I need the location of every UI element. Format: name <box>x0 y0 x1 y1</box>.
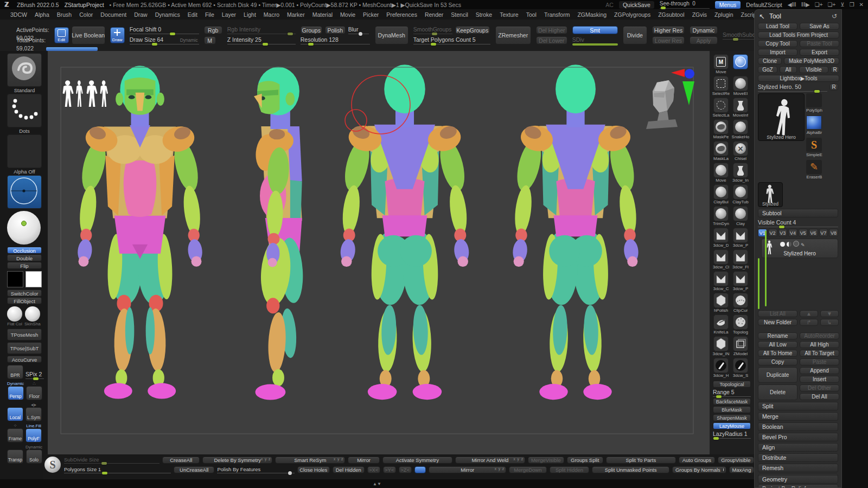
brush-3dcw_D-icon[interactable] <box>713 228 729 243</box>
lazy-mouse-button[interactable]: LazyMouse <box>713 422 751 429</box>
slider-knob[interactable] <box>263 43 268 46</box>
menu-render[interactable]: Render <box>421 10 447 19</box>
small-tool-thumbnail[interactable]: Stylized <box>758 182 783 207</box>
secondary-color-swatch[interactable] <box>25 271 42 287</box>
all-to-home-button[interactable]: All To Home <box>758 350 797 357</box>
list-all-button[interactable]: List All <box>758 310 797 317</box>
paste-tool-button[interactable]: Paste Tool <box>800 40 839 47</box>
half-visibility-icon[interactable] <box>787 242 792 247</box>
del-lower-button[interactable]: Del Lower <box>536 36 567 44</box>
brush-SelectRe-icon[interactable] <box>713 76 729 91</box>
smt-button[interactable]: Smt <box>572 26 618 34</box>
bb-uncreaseall-button[interactable]: UnCreaseAll <box>174 466 214 473</box>
menu-preferences[interactable]: Preferences <box>382 10 421 19</box>
brush-3dcw_P-icon[interactable] <box>733 228 748 243</box>
brush-ZModel-icon[interactable] <box>733 336 748 351</box>
move-into-folder-button[interactable]: ↱ <box>800 319 818 326</box>
polish-button[interactable]: Polish <box>325 26 346 34</box>
copy-subtool-button[interactable]: Copy <box>758 358 797 365</box>
load-tools-from-project-button[interactable]: Load Tools From Project <box>758 31 839 38</box>
section-split[interactable]: Split <box>758 402 838 410</box>
axis-gizmo[interactable] <box>671 69 694 105</box>
bb-subdivide-size-slider[interactable]: SubDivide Size <box>64 457 159 464</box>
subtool-scrollbar-track[interactable] <box>758 258 760 309</box>
subtool-item[interactable]: ✎Stylized Hero <box>761 239 838 258</box>
brush-3dcw_H-icon[interactable] <box>713 358 729 373</box>
z-intensity-slider[interactable]: Z Intensity 25 <box>227 36 296 44</box>
bb-mergevisible-button[interactable]: MergeVisible <box>528 457 564 464</box>
import-button[interactable]: Import <box>758 49 797 56</box>
lsym-button[interactable]: L.Sym <box>25 407 42 421</box>
topological-button[interactable]: Topological <box>713 381 751 388</box>
brush-hPolish-icon[interactable] <box>713 293 729 308</box>
auto-reorder-button[interactable]: AutoReorder <box>800 332 839 339</box>
skinshade-material[interactable]: SkinSha <box>24 306 41 326</box>
menu-dynamics[interactable]: Dynamics <box>151 10 184 19</box>
brush-MoveInf-icon[interactable] <box>733 98 748 113</box>
subtool-list-empty[interactable] <box>761 258 838 309</box>
m-button[interactable]: M <box>204 36 216 44</box>
frame-button[interactable]: Frame <box>7 428 23 442</box>
subtool-tab-V8[interactable]: V8 <box>829 229 838 237</box>
menu-layer[interactable]: Layer <box>218 10 240 19</box>
bb-split-to-parts-button[interactable]: Split To Parts <box>606 457 676 464</box>
menu-marker[interactable]: Marker <box>283 10 309 19</box>
brush-ClipCur-icon[interactable] <box>733 293 748 308</box>
fill-object-button[interactable]: FillObject <box>7 297 42 304</box>
rgb-button[interactable]: Rgb <box>204 26 222 34</box>
draw-mode-button[interactable]: Draw <box>110 27 125 43</box>
goz-all-button[interactable]: All <box>780 66 797 73</box>
brush-ClayTub-icon[interactable] <box>733 184 748 200</box>
subtool-tab-V4[interactable]: V4 <box>788 229 797 237</box>
double-button[interactable]: Double <box>7 254 42 261</box>
dynamesh-button[interactable]: DynaMesh <box>375 26 409 44</box>
transp-button[interactable]: Transp <box>7 450 23 464</box>
backface-mask-button[interactable]: BackfaceMask <box>713 398 751 405</box>
brush-Topolog-icon[interactable] <box>733 314 748 330</box>
tool-thumb-AlphaBr[interactable]: AlphaBr <box>806 115 822 130</box>
brush-3dcw_C-icon[interactable] <box>713 271 729 286</box>
restore-icon[interactable]: ❐ <box>850 2 854 8</box>
bb--z--button[interactable]: >Z< <box>399 466 412 473</box>
all-high-button[interactable]: All High <box>800 341 839 348</box>
bb-creaseall-button[interactable]: CreaseAll <box>162 457 200 464</box>
sdiv-slider[interactable]: SDiv <box>572 36 618 44</box>
brush-Clay-icon[interactable] <box>733 206 748 221</box>
bb-axis-button[interactable] <box>414 466 426 473</box>
axis-y-arrow-icon[interactable] <box>682 81 694 105</box>
brush-3dcw_P-icon[interactable] <box>733 271 748 286</box>
blur-mask-button[interactable]: BlurMask <box>713 406 751 413</box>
viewport-canvas[interactable] <box>48 51 711 454</box>
subtool-tab-V6[interactable]: V6 <box>809 229 818 237</box>
menu-brush[interactable]: Brush <box>53 10 75 19</box>
active-tool-thumbnail[interactable]: Stylized Hero <box>758 93 805 141</box>
slider-knob[interactable] <box>288 471 292 475</box>
menu-zplugin[interactable]: Zplugin <box>711 10 737 19</box>
slider-knob[interactable] <box>308 43 314 46</box>
del-higher-button[interactable]: Del Higher <box>536 26 567 34</box>
goz-r-button[interactable]: R <box>831 66 839 73</box>
bb-groups-by-normals-button[interactable]: Groups By Normals <box>672 466 726 473</box>
brush-ClayBui-icon[interactable] <box>713 184 729 200</box>
right-tray-toggle-icon[interactable]: ‖‖▶ <box>801 2 810 8</box>
bb-close-holes-button[interactable]: Close Holes <box>297 466 330 473</box>
slider-knob[interactable] <box>170 33 175 35</box>
goz-button[interactable]: GoZ <box>758 66 777 73</box>
section-remesh[interactable]: Remesh <box>758 464 838 472</box>
all-low-button[interactable]: All Low <box>758 341 797 348</box>
move-down-button[interactable]: ▼ <box>820 310 839 317</box>
tool-item-slider[interactable]: Stylized Hero. 50 <box>758 84 827 92</box>
slider-knob[interactable] <box>33 377 39 380</box>
switch-color-button[interactable]: SwitchColor <box>7 290 42 297</box>
bb-polish-by-features-slider[interactable]: Polish By Features <box>217 466 294 473</box>
brush-SnakeHo-icon[interactable] <box>733 119 748 134</box>
tray-resize-handle[interactable]: ▲▼ <box>0 479 754 488</box>
paste-subtool-button[interactable]: Paste <box>800 358 839 365</box>
subtool-tab-V2[interactable]: V2 <box>768 229 777 237</box>
minimize-icon[interactable]: ⊻ <box>840 2 844 8</box>
flat-color-material[interactable]: Flat Col <box>7 306 22 326</box>
brush-MaskLa-icon[interactable] <box>713 141 729 156</box>
menu-transform[interactable]: Transform <box>540 10 573 19</box>
higher-res-button[interactable]: Higher Res <box>652 26 685 34</box>
menu-draw[interactable]: Draw <box>130 10 151 19</box>
